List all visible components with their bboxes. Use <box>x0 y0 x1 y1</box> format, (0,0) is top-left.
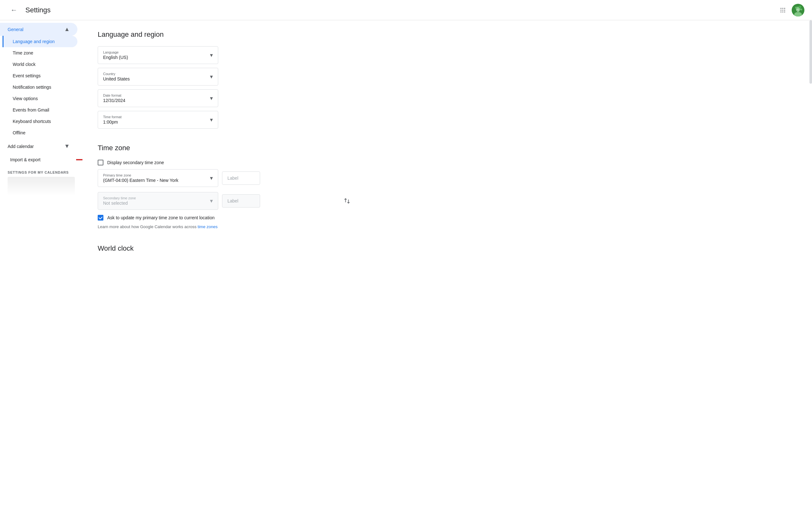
secondary-timezone-dropdown[interactable]: Secondary time zone Not selected ▾ <box>98 192 218 210</box>
sidebar-item-events-from-gmail[interactable]: Events from Gmail <box>3 104 78 116</box>
primary-timezone-value: (GMT-04:00) Eastern Time - New York <box>103 178 178 183</box>
svg-text:G: G <box>797 8 799 13</box>
language-region-section: Language and region Language English (US… <box>98 31 353 129</box>
sidebar-item-import-export[interactable]: Import & export <box>0 154 78 165</box>
primary-timezone-arrow-icon: ▾ <box>210 175 213 181</box>
scrollbar-thumb[interactable] <box>809 20 812 83</box>
country-value: United States <box>103 76 130 81</box>
sidebar-import-export-label: Import & export <box>10 157 41 162</box>
secondary-timezone-content: Secondary time zone Not selected <box>103 196 136 206</box>
sidebar-item-time-zone[interactable]: Time zone <box>3 47 78 59</box>
sidebar-calendar-item-blurred <box>8 177 75 196</box>
sidebar-item-label: Offline <box>13 130 26 135</box>
date-format-field-content: Date format 12/31/2024 <box>103 94 125 103</box>
display-secondary-row: Display secondary time zone <box>98 160 353 165</box>
sidebar-item-language-region[interactable]: Language and region <box>3 36 78 47</box>
time-format-value: 1:00pm <box>103 119 118 124</box>
time-format-dropdown-arrow-icon: ▾ <box>210 116 213 123</box>
chevron-down-icon: ▼ <box>64 143 70 150</box>
sidebar-general-label: General <box>8 27 23 32</box>
swap-timezones-button[interactable] <box>341 195 353 207</box>
display-secondary-label: Display secondary time zone <box>107 160 164 165</box>
chevron-up-icon: ▲ <box>64 26 70 33</box>
country-field-content: Country United States <box>103 72 130 81</box>
swap-icon <box>344 198 351 205</box>
sidebar-item-event-settings[interactable]: Event settings <box>3 70 78 81</box>
secondary-timezone-container: Secondary time zone Not selected ▾ Label <box>98 192 353 210</box>
sidebar-calendars-title: Settings for my calendars <box>8 170 75 174</box>
sidebar-item-label: Events from Gmail <box>13 107 49 112</box>
back-arrow-icon: ← <box>10 6 17 14</box>
svg-point-2 <box>784 8 785 9</box>
sidebar-item-notification-settings[interactable]: Notification settings <box>3 81 78 93</box>
sidebar-item-offline[interactable]: Offline <box>3 127 78 138</box>
primary-timezone-dropdown[interactable]: Primary time zone (GMT-04:00) Eastern Ti… <box>98 169 218 187</box>
sidebar-item-label: Notification settings <box>13 84 51 90</box>
country-dropdown[interactable]: Country United States ▾ <box>98 68 218 86</box>
apps-grid-button[interactable] <box>776 4 789 16</box>
page-title: Settings <box>26 6 776 14</box>
language-label: Language <box>103 50 128 54</box>
svg-point-0 <box>780 8 781 9</box>
svg-point-13 <box>799 6 801 8</box>
date-format-dropdown-arrow-icon: ▾ <box>210 95 213 102</box>
sidebar-item-label: Keyboard shortcuts <box>13 119 51 124</box>
secondary-timezone-arrow-icon: ▾ <box>210 198 213 205</box>
date-format-dropdown[interactable]: Date format 12/31/2024 ▾ <box>98 89 218 107</box>
sidebar-section-add-calendar: Add calendar ▼ <box>0 140 83 153</box>
sidebar-add-calendar-label: Add calendar <box>8 144 34 149</box>
primary-label-placeholder: Label <box>227 176 238 181</box>
sidebar-item-world-clock[interactable]: World clock <box>3 59 78 70</box>
sidebar-item-view-options[interactable]: View options <box>3 93 78 104</box>
sidebar-item-label: Time zone <box>13 50 33 55</box>
svg-point-5 <box>784 9 785 10</box>
primary-timezone-label-input[interactable]: Label <box>222 171 260 185</box>
ask-update-row: Ask to update my primary time zone to cu… <box>98 215 353 221</box>
svg-point-7 <box>782 11 783 12</box>
display-secondary-checkbox[interactable] <box>98 160 103 165</box>
world-clock-section: World clock <box>98 244 353 252</box>
secondary-label-placeholder: Label <box>227 199 238 204</box>
language-region-title: Language and region <box>98 31 353 39</box>
secondary-timezone-row: Secondary time zone Not selected ▾ Label <box>98 192 368 210</box>
time-zone-section: Time zone Display secondary time zone Pr… <box>98 144 353 229</box>
primary-timezone-content: Primary time zone (GMT-04:00) Eastern Ti… <box>103 173 178 183</box>
secondary-timezone-value: Not selected <box>103 201 128 206</box>
sidebar: General ▲ Language and region Time zone … <box>0 20 83 507</box>
scrollbar-track[interactable] <box>809 20 812 507</box>
main-content: Language and region Language English (US… <box>83 20 368 507</box>
sidebar-add-calendar-header[interactable]: Add calendar ▼ <box>0 140 78 153</box>
sidebar-item-keyboard-shortcuts[interactable]: Keyboard shortcuts <box>3 116 78 127</box>
svg-point-8 <box>784 11 785 12</box>
time-zones-link[interactable]: time zones <box>198 224 217 229</box>
language-field-content: Language English (US) <box>103 50 128 60</box>
ask-update-label: Ask to update my primary time zone to cu… <box>107 215 214 220</box>
date-format-value: 12/31/2024 <box>103 98 125 103</box>
svg-point-14 <box>800 9 802 10</box>
time-format-label: Time format <box>103 115 121 119</box>
language-value: English (US) <box>103 55 128 60</box>
primary-timezone-label: Primary time zone <box>103 173 178 177</box>
language-dropdown-arrow-icon: ▾ <box>210 52 213 59</box>
sidebar-section-my-calendars: Settings for my calendars <box>0 165 83 199</box>
secondary-timezone-label-input: Label <box>222 194 260 208</box>
sidebar-general-header[interactable]: General ▲ <box>0 23 78 36</box>
svg-point-4 <box>782 9 783 10</box>
learn-more-text: Learn more about how Google Calendar wor… <box>98 224 353 229</box>
learn-more-prefix: Learn more about how Google Calendar wor… <box>98 224 198 229</box>
sidebar-item-label: World clock <box>13 62 36 67</box>
sidebar-item-label: Event settings <box>13 73 41 78</box>
sidebar-item-label: Language and region <box>13 39 55 44</box>
app-header: ← Settings G <box>0 0 812 20</box>
sidebar-import-export-row: Import & export <box>0 154 83 165</box>
time-format-dropdown[interactable]: Time format 1:00pm ▾ <box>98 111 218 129</box>
user-avatar[interactable]: G <box>792 4 804 16</box>
back-button[interactable]: ← <box>8 4 20 16</box>
language-dropdown[interactable]: Language English (US) ▾ <box>98 46 218 64</box>
ask-update-checkbox[interactable] <box>98 215 103 221</box>
country-label: Country <box>103 72 130 76</box>
primary-timezone-row: Primary time zone (GMT-04:00) Eastern Ti… <box>98 169 353 187</box>
time-zone-title: Time zone <box>98 144 353 152</box>
svg-point-1 <box>782 8 783 9</box>
time-format-field-content: Time format 1:00pm <box>103 115 121 124</box>
